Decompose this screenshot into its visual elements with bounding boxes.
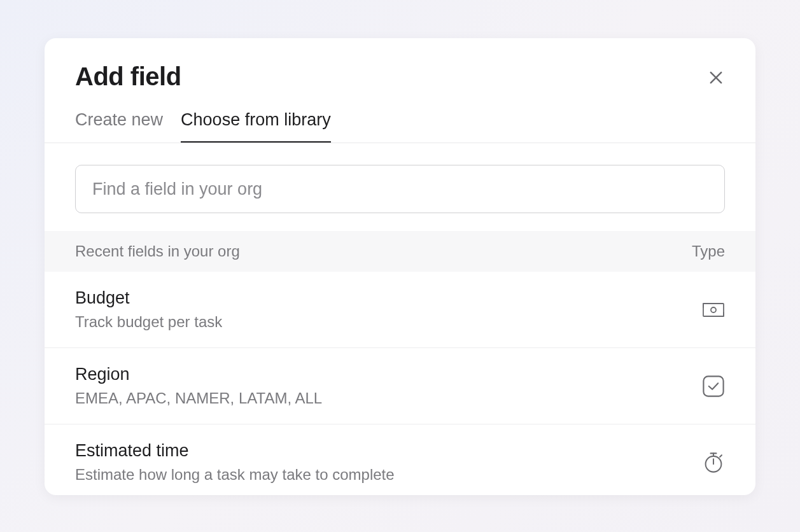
field-row-region[interactable]: Region EMEA, APAC, NAMER, LATAM, ALL (45, 348, 755, 424)
svg-line-9 (720, 455, 722, 457)
field-description: Estimate how long a task may take to com… (75, 466, 395, 484)
stopwatch-icon (702, 451, 725, 474)
field-row-budget[interactable]: Budget Track budget per task (45, 272, 755, 348)
field-name: Region (75, 365, 322, 384)
search-container (45, 143, 755, 231)
field-text: Region EMEA, APAC, NAMER, LATAM, ALL (75, 365, 322, 407)
field-name: Budget (75, 288, 222, 308)
close-button[interactable] (707, 69, 725, 87)
search-input[interactable] (75, 165, 725, 213)
type-column-label: Type (692, 242, 725, 260)
field-description: EMEA, APAC, NAMER, LATAM, ALL (75, 389, 322, 407)
close-icon (707, 69, 725, 87)
add-field-dialog: Add field Create new Choose from library… (45, 38, 755, 495)
svg-point-3 (711, 307, 716, 312)
recent-fields-label: Recent fields in your org (75, 242, 240, 260)
field-name: Estimated time (75, 441, 395, 461)
section-header: Recent fields in your org Type (45, 231, 755, 272)
svg-rect-4 (703, 376, 723, 396)
svg-rect-2 (703, 304, 724, 316)
field-description: Track budget per task (75, 313, 222, 331)
tab-create-new[interactable]: Create new (75, 110, 163, 143)
tab-choose-from-library[interactable]: Choose from library (181, 110, 331, 143)
dialog-header: Add field Create new Choose from library (45, 38, 755, 143)
field-row-estimated-time[interactable]: Estimated time Estimate how long a task … (45, 424, 755, 495)
field-text: Budget Track budget per task (75, 288, 222, 331)
field-text: Estimated time Estimate how long a task … (75, 441, 395, 484)
dialog-title: Add field (75, 62, 725, 91)
currency-icon (702, 298, 725, 321)
checkbox-icon (702, 375, 725, 398)
field-list: Budget Track budget per task Region EMEA… (45, 272, 755, 495)
tabs: Create new Choose from library (75, 110, 725, 143)
